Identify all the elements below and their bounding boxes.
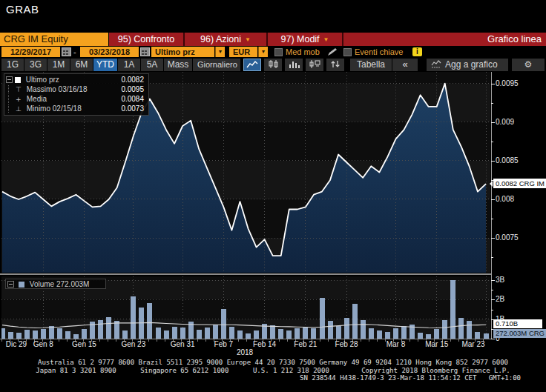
azioni-button[interactable]: 96) Azioni▼: [185, 33, 268, 46]
candle-chart-type-button[interactable]: [264, 59, 282, 71]
period-tab-1m[interactable]: 1M: [47, 59, 70, 71]
tabella-button[interactable]: Tabella: [350, 59, 392, 71]
confronto-button[interactable]: 95) Confronto: [109, 33, 185, 46]
currency-select[interactable]: EUR: [229, 47, 257, 57]
line-chart-type-button[interactable]: [243, 59, 261, 71]
info-icon[interactable]: i: [412, 47, 422, 56]
volume-bar: [8, 332, 13, 339]
red-menu-bar: 95) Confronto 96) Azioni▼ 97) Modif▼ Gra…: [109, 33, 546, 46]
period-tab-3g[interactable]: 3G: [24, 59, 47, 71]
volume-legend-label: Volume: [30, 280, 54, 288]
bar-chart-type-button[interactable]: [285, 59, 303, 71]
volume-bar: [205, 328, 210, 339]
volume-bar: [131, 296, 136, 339]
year-label: 2018: [223, 348, 267, 356]
chevron-down-icon[interactable]: ▼: [215, 47, 225, 57]
period-toolbar: 1G 3G 1M 6M YTD 1A 5A Mass Giornaliero ▼: [0, 59, 546, 71]
volume-bar: [369, 328, 374, 339]
med-mob-checkbox[interactable]: [274, 48, 283, 56]
agg-a-grafico-button[interactable]: Agg a grafico: [427, 59, 508, 71]
volume-bar: [328, 321, 333, 339]
last-volume-callout: 272.003M CRG IM: [493, 329, 546, 338]
period-tab-6m[interactable]: 6M: [70, 59, 93, 71]
date-from-field[interactable]: 12/29/2017: [1, 47, 60, 57]
updown-arrows-button[interactable]: [326, 59, 344, 71]
volume-bar: [270, 325, 275, 339]
volume-bar: [442, 320, 447, 339]
right-axis-line: [491, 72, 492, 339]
volume-bar: [229, 327, 234, 339]
volume-bar: [434, 329, 439, 339]
price-type-select[interactable]: Ultimo prz: [151, 47, 214, 57]
settings-gear-button[interactable]: ⚙: [512, 59, 545, 71]
volume-bar: [361, 320, 366, 339]
collapse-button[interactable]: «: [392, 59, 418, 71]
line-chart-icon: [246, 60, 259, 70]
volume-bar: [458, 318, 464, 339]
date-to-field[interactable]: 03/23/2018: [80, 47, 139, 57]
period-tab-mass[interactable]: Mass: [164, 59, 192, 71]
page-title: Grafico linea: [487, 33, 542, 46]
pencil-icon[interactable]: [327, 47, 338, 56]
pane-separator[interactable]: [0, 273, 492, 275]
volume-bar: [106, 317, 111, 339]
date-tick-label: Gen 8: [27, 340, 59, 348]
volume-bar: [246, 333, 251, 339]
legend-label: Media: [27, 95, 47, 103]
azioni-label: 96) Azioni: [200, 34, 241, 44]
tree-expand-icon[interactable]: [7, 281, 14, 288]
legend-value: 0.0082: [121, 75, 144, 84]
period-tab-5a[interactable]: 5A: [141, 59, 163, 71]
modif-button[interactable]: 97) Modif▼: [268, 33, 343, 46]
calendar-icon[interactable]: [62, 47, 71, 56]
volume-bar: [90, 322, 95, 339]
period-tab-1g[interactable]: 1G: [1, 59, 24, 71]
legend-label: Minimo 02/15/18: [27, 104, 82, 113]
volume-bar: [311, 328, 316, 339]
volume-bar: [467, 321, 472, 339]
legend-row-minimo: ⊥ Minimo 02/15/18 0.0073: [6, 104, 145, 113]
axis-tick: [491, 280, 495, 281]
volume-bar: [336, 326, 341, 339]
legend-row-massimo: ⊤ Massimo 03/16/18 0.0095: [6, 84, 145, 94]
bloomberg-terminal-window: GRAB CRG IM Equity 95) Confronto 96) Azi…: [0, 0, 546, 392]
candle-volume-icon: [308, 59, 321, 69]
volume-bar: [295, 328, 300, 339]
axis-minor-tick: [491, 103, 493, 104]
last-price-swatch-icon: [15, 77, 21, 83]
confronto-label: 95) Confronto: [118, 34, 174, 44]
volume-bar: [320, 298, 325, 339]
axis-tick-label: 0.0075: [496, 233, 519, 242]
volume-bar: [57, 328, 62, 339]
chevron-down-icon[interactable]: ▼: [258, 47, 268, 57]
tree-branch: [8, 85, 16, 93]
volume-bar: [237, 330, 243, 339]
period-tab-ytd[interactable]: YTD: [93, 59, 117, 71]
price-legend[interactable]: Ultimo prz 0.0082 ⊤ Massimo 03/16/18 0.0…: [4, 73, 149, 116]
axis-tick-label: 0.0095: [496, 79, 519, 87]
footer-phones-line2: Japan 81 3 3201 8900 Singapore 65 6212 1…: [0, 367, 546, 375]
candlestick-icon: [266, 59, 280, 69]
volume-legend-value: 272.003M: [56, 280, 89, 288]
eventi-chiave-checkbox[interactable]: [343, 48, 352, 56]
axis-minor-tick: [491, 142, 493, 142]
axis-tick: [491, 299, 495, 300]
volume-bar: [16, 333, 22, 339]
footer-session-info: SN 238544 H438-1749-3 23-Mar-18 11:54:12…: [0, 374, 546, 382]
calendar-icon[interactable]: [140, 47, 150, 56]
volume-legend[interactable]: Volume 272.003M: [5, 279, 106, 289]
frequency-select[interactable]: Giornaliero ▼: [193, 59, 240, 71]
volume-bar: [221, 309, 226, 339]
period-tab-1a[interactable]: 1A: [118, 59, 140, 71]
volume-bar: [303, 328, 308, 339]
candle-volume-chart-type-button[interactable]: [306, 59, 323, 71]
tree-expand-icon[interactable]: [6, 76, 13, 83]
tree-branch: [8, 104, 16, 113]
security-input[interactable]: CRG IM Equity: [0, 33, 108, 46]
function-toolbar: CRG IM Equity 95) Confronto 96) Azioni▼ …: [0, 33, 546, 46]
volume-bar: [197, 330, 202, 339]
volume-bars-icon: [287, 59, 300, 69]
axis-tick: [491, 84, 495, 84]
axis-tick-label: 2B: [496, 295, 504, 303]
date-tick-label: Mar 15: [421, 340, 453, 348]
